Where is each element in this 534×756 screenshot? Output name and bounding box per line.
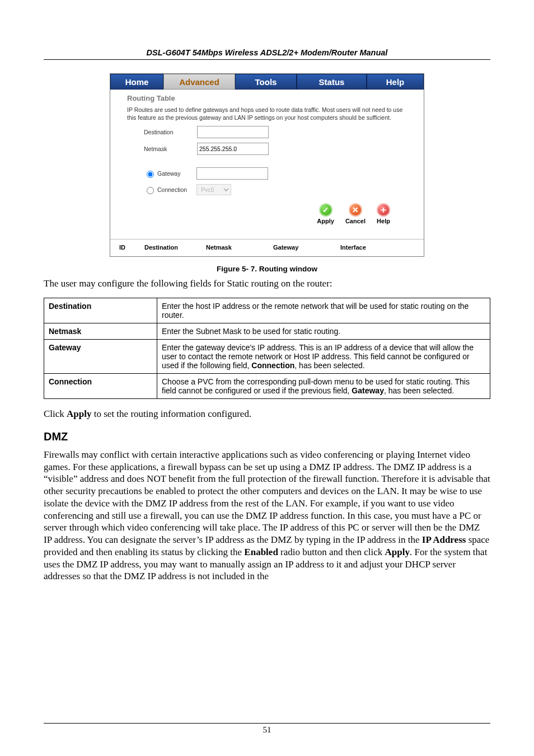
- help-icon[interactable]: ＋: [377, 203, 390, 217]
- tab-bar: Home Advanced Tools Status Help: [110, 74, 424, 90]
- dmz-paragraph: Firewalls may conflict with certain inte…: [44, 449, 490, 583]
- field-description-table: Destination Enter the host IP address or…: [44, 298, 490, 399]
- help-button[interactable]: Help: [377, 218, 390, 224]
- header-rule: [44, 59, 490, 60]
- footer-rule: [44, 723, 490, 724]
- select-connection: Pvc0: [196, 184, 231, 195]
- apply-line: Click Apply to set the routing informati…: [44, 408, 490, 420]
- action-buttons: ✓ Apply ✕ Cancel ＋ Help: [127, 203, 411, 224]
- running-head: DSL-G604T 54Mbps Wireless ADSL2/2+ Modem…: [44, 48, 490, 57]
- section-description: IP Routes are used to define gateways an…: [127, 106, 411, 121]
- cancel-icon[interactable]: ✕: [349, 203, 362, 217]
- route-table-header: ID Destination Netmask Gateway Interface: [110, 239, 424, 256]
- label-gateway: Gateway: [157, 170, 196, 177]
- field-name: Connection: [44, 374, 157, 399]
- section-title: Routing Table: [127, 94, 411, 102]
- radio-connection[interactable]: [147, 187, 154, 194]
- page-number: 51: [0, 725, 534, 735]
- table-row: Destination Enter the host IP address or…: [44, 298, 490, 323]
- field-desc: Enter the host IP address or the remote …: [157, 298, 490, 323]
- radio-gateway[interactable]: [147, 171, 154, 178]
- field-desc: Enter the Subnet Mask to be used for sta…: [157, 323, 490, 340]
- routing-section: Routing Table IP Routes are used to defi…: [110, 90, 424, 232]
- manual-page: DSL-G604T 54Mbps Wireless ADSL2/2+ Modem…: [0, 0, 534, 756]
- input-netmask[interactable]: [197, 143, 269, 155]
- tab-home[interactable]: Home: [110, 74, 163, 90]
- table-row: Netmask Enter the Subnet Mask to be used…: [44, 323, 490, 340]
- label-destination: Destination: [127, 129, 197, 135]
- intro-line: The user may configure the following fie…: [44, 278, 490, 290]
- dmz-heading: DMZ: [44, 430, 490, 443]
- field-name: Destination: [44, 298, 157, 323]
- input-gateway[interactable]: [196, 167, 268, 180]
- field-name: Netmask: [44, 323, 157, 340]
- apply-button[interactable]: Apply: [317, 218, 334, 224]
- routing-window-screenshot: Home Advanced Tools Status Help Routing …: [110, 73, 424, 257]
- table-row: Connection Choose a PVC from the corresp…: [44, 374, 490, 399]
- label-connection: Connection: [157, 186, 196, 193]
- figure-caption: Figure 5- 7. Routing window: [44, 265, 490, 273]
- field-desc: Choose a PVC from the corresponding pull…: [157, 374, 490, 399]
- col-interface: Interface: [340, 244, 396, 251]
- table-row: Gateway Enter the gateway device’s IP ad…: [44, 340, 490, 374]
- field-desc: Enter the gateway device’s IP address. T…: [157, 340, 490, 374]
- apply-icon[interactable]: ✓: [319, 203, 332, 217]
- col-netmask: Netmask: [206, 244, 273, 251]
- label-netmask: Netmask: [127, 145, 197, 152]
- tab-status[interactable]: Status: [297, 74, 367, 90]
- input-destination[interactable]: [197, 126, 269, 138]
- tab-advanced[interactable]: Advanced: [163, 74, 235, 90]
- col-id: ID: [119, 244, 144, 251]
- field-name: Gateway: [44, 340, 157, 374]
- cancel-button[interactable]: Cancel: [345, 218, 366, 224]
- col-gateway: Gateway: [273, 244, 340, 251]
- col-destination: Destination: [144, 244, 206, 251]
- tab-tools[interactable]: Tools: [235, 74, 297, 90]
- tab-help[interactable]: Help: [367, 74, 424, 90]
